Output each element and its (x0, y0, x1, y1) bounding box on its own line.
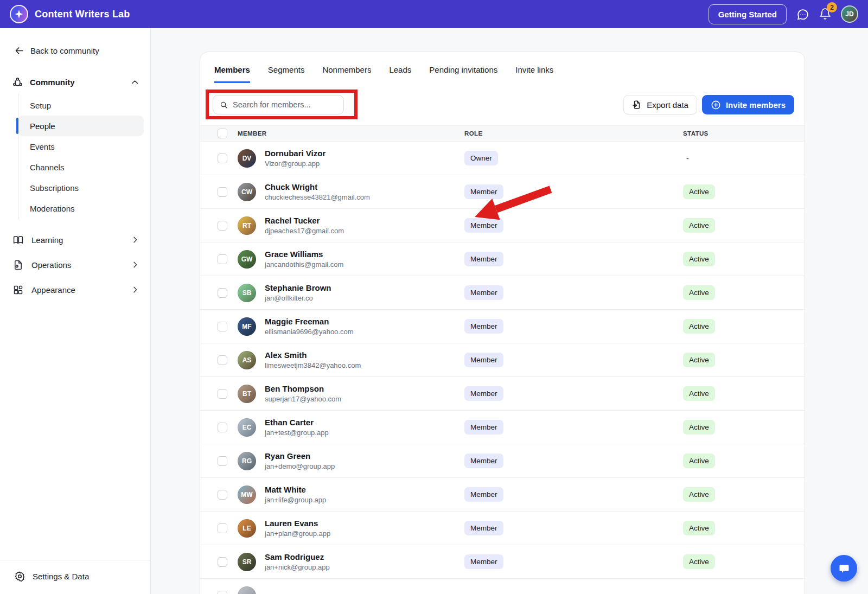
role-badge: Member (464, 454, 503, 468)
messages-button[interactable] (795, 7, 809, 21)
row-checkbox[interactable] (218, 355, 227, 365)
sidebar-section-appearance[interactable]: Appearance (0, 277, 150, 302)
table-row[interactable]: MW Matt White jan+life@group.app Member … (200, 478, 805, 512)
sidebar-item-setup[interactable]: Setup (18, 95, 144, 116)
invite-members-label: Invite members (726, 100, 786, 110)
role-badge: Owner (464, 151, 498, 165)
members-card: MembersSegmentsNonmembersLeadsPending in… (200, 52, 805, 594)
row-checkbox[interactable] (218, 389, 227, 399)
member-avatar: SB (238, 284, 256, 302)
status-badge: Active (683, 420, 715, 435)
user-avatar[interactable]: JD (841, 5, 858, 23)
chat-widget-icon (838, 562, 851, 575)
table-row[interactable]: GW Grace Williams jancandothis@gmail.com… (200, 242, 805, 276)
table-row[interactable]: LE Lauren Evans jan+plan@group.app Membe… (200, 512, 805, 545)
row-checkbox[interactable] (218, 187, 227, 197)
invite-members-button[interactable]: Invite members (702, 95, 794, 114)
status-badge: Active (683, 386, 715, 401)
tab-segments[interactable]: Segments (268, 65, 305, 83)
controls-row: Export data Invite members (200, 83, 805, 125)
member-name: Alex Smith (265, 350, 361, 361)
member-email: jan+test@group.app (265, 429, 329, 437)
status-badge: Active (683, 285, 715, 300)
table-row[interactable]: DV Dornubari Vizor Vizor@group.app Owner… (200, 142, 805, 175)
select-all-checkbox[interactable] (218, 129, 227, 138)
row-checkbox[interactable] (218, 591, 227, 594)
sidebar-section-label: Appearance (31, 285, 123, 295)
member-name: Matt White (265, 485, 326, 495)
table-row[interactable]: RT Rachel Tucker djpeaches17@gmail.com M… (200, 209, 805, 242)
settings-data-label: Settings & Data (33, 572, 89, 581)
community-logo[interactable] (10, 5, 28, 23)
column-header-status: STATUS (683, 130, 805, 137)
table-header: MEMBER ROLE STATUS (200, 125, 805, 142)
search-input[interactable] (233, 100, 337, 109)
role-badge: Member (464, 420, 503, 435)
table-row[interactable]: SR Sam Rodriguez jan+nick@group.app Memb… (200, 545, 805, 579)
member-avatar: SR (238, 553, 256, 571)
column-header-role: ROLE (464, 130, 683, 137)
export-data-button[interactable]: Export data (623, 95, 697, 114)
table-row[interactable]: BT Ben Thompson superjan17@yahoo.com Mem… (200, 377, 805, 411)
table-row-partial[interactable] (200, 579, 805, 594)
row-checkbox[interactable] (218, 254, 227, 264)
member-avatar: GW (238, 250, 256, 269)
sidebar-section-learning[interactable]: Learning (0, 227, 150, 252)
sidebar-item-events[interactable]: Events (18, 136, 144, 157)
row-checkbox[interactable] (218, 456, 227, 466)
back-to-community-link[interactable]: Back to community (0, 28, 150, 56)
chat-widget-button[interactable] (831, 555, 857, 582)
getting-started-button[interactable]: Getting Started (709, 4, 787, 24)
tab-pending-invitations[interactable]: Pending invitations (429, 65, 497, 83)
sidebar-item-settings-data[interactable]: Settings & Data (0, 560, 150, 594)
tab-nonmembers[interactable]: Nonmembers (322, 65, 371, 83)
table-row[interactable]: CW Chuck Wright chuckiechesse43821@gmail… (200, 175, 805, 209)
sidebar-section-operations[interactable]: Operations (0, 252, 150, 277)
chevron-right-icon (131, 285, 139, 294)
sidebar-item-subscriptions[interactable]: Subscriptions (18, 177, 144, 198)
member-name: Stephanie Brown (265, 283, 331, 293)
sidebar-section-label: Operations (31, 260, 123, 270)
notifications-button[interactable]: 2 (818, 7, 832, 21)
row-checkbox[interactable] (218, 523, 227, 533)
row-checkbox[interactable] (218, 154, 227, 163)
tab-leads[interactable]: Leads (389, 65, 411, 83)
tab-invite-links[interactable]: Invite links (515, 65, 553, 83)
chevron-right-icon (131, 260, 139, 269)
member-name: Maggie Freeman (265, 317, 354, 327)
sidebar-item-people[interactable]: People (18, 116, 144, 136)
member-avatar: BT (238, 385, 256, 403)
member-avatar: MW (238, 486, 256, 504)
member-avatar (238, 586, 256, 594)
table-row[interactable]: EC Ethan Carter jan+test@group.app Membe… (200, 411, 805, 444)
row-checkbox[interactable] (218, 557, 227, 567)
table-row[interactable]: AS Alex Smith limesweetjm3842@yahoo.com … (200, 343, 805, 377)
appearance-icon (12, 284, 24, 296)
member-email: Vizor@group.app (265, 159, 326, 168)
notification-count-badge: 2 (827, 2, 837, 12)
tab-members[interactable]: Members (214, 65, 250, 83)
sidebar-section-community-label: Community (30, 78, 124, 87)
role-badge: Member (464, 386, 503, 401)
role-badge: Member (464, 184, 503, 199)
gear-icon (14, 571, 25, 582)
export-icon (632, 100, 642, 110)
table-row[interactable]: MF Maggie Freeman ellismania9696@yahoo.c… (200, 310, 805, 343)
column-header-member: MEMBER (238, 130, 464, 137)
member-email: superjan17@yahoo.com (265, 395, 341, 403)
table-row[interactable]: RG Ryan Green jan+demo@group.app Member … (200, 444, 805, 478)
row-checkbox[interactable] (218, 288, 227, 298)
member-email: jan+nick@group.app (265, 563, 330, 571)
row-checkbox[interactable] (218, 221, 227, 231)
table-row[interactable]: SB Stephanie Brown jan@offkilter.co Memb… (200, 276, 805, 310)
sidebar-item-channels[interactable]: Channels (18, 157, 144, 177)
member-search[interactable] (213, 95, 344, 114)
sidebar-item-moderations[interactable]: Moderations (18, 198, 144, 219)
row-checkbox[interactable] (218, 322, 227, 331)
row-checkbox[interactable] (218, 490, 227, 500)
member-email: jan+life@group.app (265, 496, 326, 504)
sparkle-icon (14, 9, 24, 19)
member-avatar: RT (238, 216, 256, 235)
sidebar-section-community[interactable]: Community (0, 74, 150, 90)
row-checkbox[interactable] (218, 423, 227, 432)
